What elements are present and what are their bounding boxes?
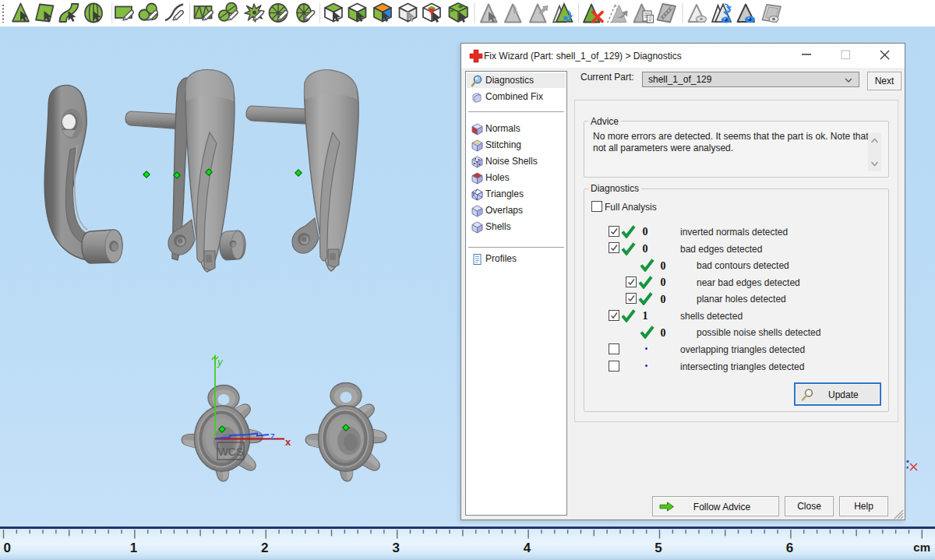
svg-text:2: 2 [261, 541, 268, 555]
svg-text:4: 4 [524, 541, 531, 555]
svg-text:x: x [285, 436, 291, 448]
svg-text:3: 3 [392, 541, 399, 555]
svg-text:WCS: WCS [218, 446, 244, 458]
svg-text:6: 6 [786, 541, 793, 555]
svg-text:0: 0 [4, 541, 11, 555]
svg-text:1: 1 [130, 541, 137, 555]
svg-text:5: 5 [654, 541, 662, 555]
svg-text:y: y [217, 356, 224, 368]
svg-text:cm: cm [913, 541, 930, 554]
svg-text:z: z [270, 431, 275, 442]
